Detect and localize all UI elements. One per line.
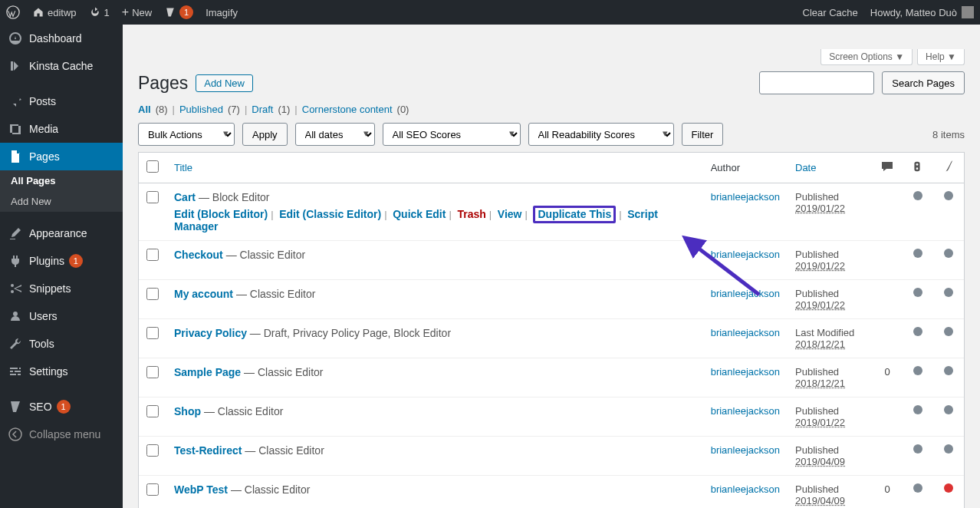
sidebar-item-settings[interactable]: Settings <box>0 358 123 385</box>
sidebar-item-plugins[interactable]: Plugins 1 <box>0 247 123 275</box>
author-link[interactable]: brianleejackson <box>711 405 780 417</box>
author-link[interactable]: brianleejackson <box>711 366 780 378</box>
page-title-link[interactable]: My account <box>174 288 233 300</box>
filter-all[interactable]: All <box>138 104 151 115</box>
sidebar-item-snippets[interactable]: Snippets <box>0 275 123 302</box>
page-title-link[interactable]: Shop <box>174 405 201 417</box>
row-checkbox[interactable] <box>146 366 159 378</box>
row-checkbox[interactable] <box>146 444 159 457</box>
edit-block-link[interactable]: Edit (Block Editor) <box>174 208 268 220</box>
items-count: 8 items <box>932 129 965 140</box>
row-checkbox[interactable] <box>146 327 159 339</box>
row-checkbox[interactable] <box>146 249 159 261</box>
row-checkbox[interactable] <box>146 191 159 203</box>
author-link[interactable]: brianleejackson <box>711 444 780 456</box>
page-title-link[interactable]: Test-Redirect <box>174 444 242 457</box>
seo-indicator <box>913 483 922 493</box>
yoast-notif[interactable]: 1 <box>158 0 199 25</box>
author-link[interactable]: brianleejackson <box>711 288 780 299</box>
date-value: 2018/12/21 <box>795 338 845 350</box>
sidebar-item-users[interactable]: Users <box>0 302 123 330</box>
new-button[interactable]: + New <box>116 0 158 25</box>
readability-indicator <box>944 288 953 297</box>
sidebar-item-seo[interactable]: SEO 1 <box>0 393 123 421</box>
seo-indicator <box>913 249 922 258</box>
col-comments-icon[interactable] <box>872 153 903 183</box>
seo-score-select[interactable]: All SEO Scores <box>383 123 521 146</box>
clear-cache-button[interactable]: Clear Cache <box>797 0 864 25</box>
search-pages-button[interactable]: Search Pages <box>882 71 965 94</box>
readability-score-select[interactable]: All Readability Scores <box>528 123 674 146</box>
sidebar-collapse[interactable]: Collapse menu <box>0 421 123 448</box>
help-tab[interactable]: Help ▼ <box>917 49 965 65</box>
apply-button[interactable]: Apply <box>242 123 288 146</box>
trash-link[interactable]: Trash <box>457 208 485 220</box>
edit-classic-link[interactable]: Edit (Classic Editor) <box>279 208 381 220</box>
view-link[interactable]: View <box>498 208 522 220</box>
table-row: Sample Page — Classic Editor brianleejac… <box>139 358 964 397</box>
bulk-actions-select[interactable]: Bulk Actions <box>138 123 235 146</box>
site-home[interactable]: editwp <box>26 0 83 25</box>
date-status: Published <box>795 483 839 495</box>
page-title-link[interactable]: Privacy Policy <box>174 327 247 339</box>
seo-indicator <box>913 366 922 375</box>
sidebar-sub-add-new[interactable]: Add New <box>0 191 123 212</box>
col-date[interactable]: Date <box>788 153 872 183</box>
imagify-menu[interactable]: Imagify <box>199 0 244 25</box>
filter-button[interactable]: Filter <box>682 123 724 146</box>
editor-suffix: — Classic Editor <box>241 366 323 378</box>
author-link[interactable]: brianleejackson <box>711 191 780 203</box>
howdy-menu[interactable]: Howdy, Matteo Duò <box>864 0 980 25</box>
author-link[interactable]: brianleejackson <box>711 483 780 495</box>
add-new-button[interactable]: Add New <box>196 74 253 92</box>
date-value: 2019/01/22 <box>795 417 845 428</box>
date-status: Published <box>795 405 839 417</box>
screen-options-tab[interactable]: Screen Options ▼ <box>821 49 913 65</box>
editor-suffix: — Classic Editor <box>223 249 305 261</box>
scissors-icon <box>8 281 23 296</box>
search-input[interactable] <box>759 71 874 94</box>
users-icon <box>8 308 23 324</box>
date-filter-select[interactable]: All dates <box>295 123 375 146</box>
readability-indicator <box>944 327 953 336</box>
sidebar-item-posts[interactable]: Posts <box>0 87 123 115</box>
page-title-link[interactable]: Cart <box>174 191 196 203</box>
svg-point-4 <box>916 167 919 170</box>
select-all-checkbox[interactable] <box>146 160 159 173</box>
row-checkbox[interactable] <box>146 288 159 300</box>
filter-published[interactable]: Published <box>179 104 223 115</box>
readability-indicator <box>944 366 953 375</box>
sidebar-item-pages[interactable]: Pages <box>0 143 123 170</box>
date-value: 2019/01/22 <box>795 299 845 311</box>
editor-suffix: — Classic Editor <box>228 483 310 496</box>
pages-table: Title Author Date Cart — Block Editor Ed… <box>138 152 965 508</box>
sidebar-item-appearance[interactable]: Appearance <box>0 219 123 247</box>
date-status: Published <box>795 288 839 299</box>
comments-cell <box>872 280 903 319</box>
row-checkbox[interactable] <box>146 405 159 417</box>
page-title-link[interactable]: WebP Test <box>174 483 228 496</box>
sidebar-sub-all-pages[interactable]: All Pages <box>0 170 123 191</box>
comments-cell <box>872 319 903 358</box>
table-row: Shop — Classic Editor brianleejackson Pu… <box>139 397 964 437</box>
col-author[interactable]: Author <box>703 153 788 183</box>
wp-logo[interactable] <box>0 0 26 25</box>
quick-edit-link[interactable]: Quick Edit <box>393 208 446 220</box>
editor-suffix: — Classic Editor <box>242 444 324 457</box>
row-checkbox[interactable] <box>146 483 159 496</box>
author-link[interactable]: brianleejackson <box>711 327 780 338</box>
plug-icon <box>8 253 23 269</box>
author-link[interactable]: brianleejackson <box>711 249 780 260</box>
filter-cornerstone[interactable]: Cornerstone content <box>302 104 393 115</box>
sidebar-item-dashboard[interactable]: Dashboard <box>0 25 123 52</box>
sidebar-item-kinsta-cache[interactable]: Kinsta Cache <box>0 52 123 80</box>
refresh-button[interactable]: 1 <box>83 0 116 25</box>
filter-draft[interactable]: Draft <box>252 104 273 115</box>
page-title-link[interactable]: Sample Page <box>174 366 241 378</box>
date-status: Published <box>795 366 839 378</box>
col-title[interactable]: Title <box>166 153 703 183</box>
page-title-link[interactable]: Checkout <box>174 249 223 261</box>
duplicate-link[interactable]: Duplicate This <box>538 208 611 220</box>
sidebar-item-tools[interactable]: Tools <box>0 330 123 358</box>
sidebar-item-media[interactable]: Media <box>0 115 123 143</box>
